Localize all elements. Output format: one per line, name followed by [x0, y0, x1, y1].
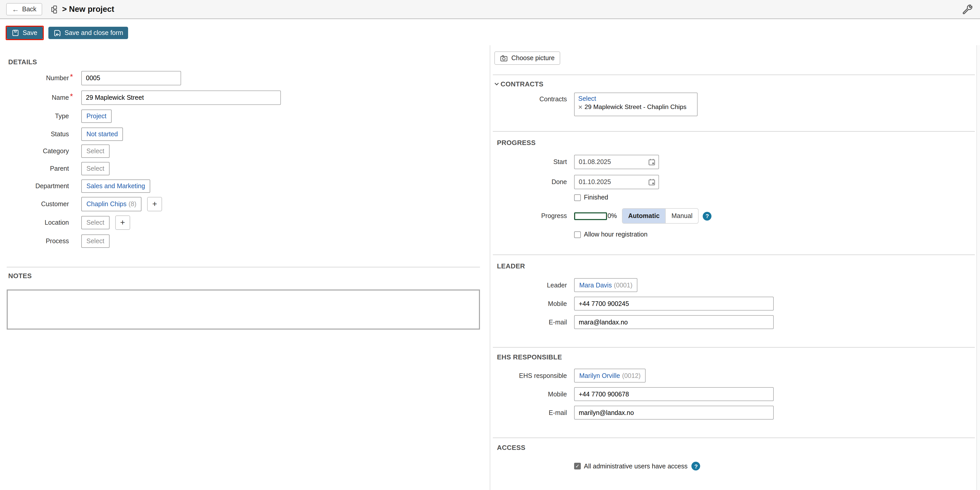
mode-automatic-button[interactable]: Automatic	[622, 209, 665, 223]
access-heading: ACCESS	[497, 444, 525, 452]
ehs-responsible-name: Marilyn Orville	[579, 372, 620, 379]
remove-contract-icon[interactable]: ×	[578, 103, 582, 111]
top-bar: ← Back > New project	[0, 0, 980, 19]
camera-icon	[500, 54, 508, 62]
done-date-input[interactable]	[574, 175, 659, 189]
notes-textarea[interactable]	[7, 289, 480, 330]
finished-label: Finished	[584, 194, 608, 201]
finished-checkbox[interactable]: ✓	[574, 194, 581, 201]
parent-value: Select	[86, 165, 105, 172]
contract-chip-label: 29 Maplewick Street - Chaplin Chips	[584, 103, 686, 111]
status-label: Status	[0, 131, 69, 138]
contracts-field: Select × 29 Maplewick Street - Chaplin C…	[574, 92, 698, 116]
type-value: Project	[86, 113, 107, 120]
status-value: Not started	[86, 131, 118, 138]
page-title: > New project	[62, 5, 114, 14]
allow-hour-registration-label: Allow hour registration	[584, 231, 648, 238]
number-label: Number	[0, 75, 69, 82]
access-divider	[493, 438, 975, 438]
wrench-icon[interactable]	[963, 4, 973, 14]
help-icon[interactable]: ?	[703, 212, 711, 220]
leader-mobile-label: Mobile	[490, 300, 567, 307]
choose-picture-button[interactable]: Choose picture	[494, 51, 560, 65]
ehs-heading: EHS RESPONSIBLE	[497, 353, 562, 361]
hierarchy-icon	[49, 5, 57, 14]
add-location-button[interactable]: +	[115, 216, 130, 230]
save-button[interactable]: Save	[7, 27, 43, 39]
done-label: Done	[490, 178, 567, 186]
leader-selector[interactable]: Mara Davis (0001)	[574, 278, 638, 292]
process-selector[interactable]: Select	[81, 235, 110, 248]
process-value: Select	[86, 238, 105, 245]
name-input[interactable]	[81, 90, 281, 105]
ehs-mobile-input[interactable]	[574, 387, 774, 401]
save-and-close-label: Save and close form	[65, 29, 123, 36]
progress-bar	[574, 212, 607, 220]
progress-mode-toggle: Automatic Manual	[622, 208, 698, 224]
start-label: Start	[490, 159, 567, 166]
ehs-divider	[493, 347, 975, 347]
category-label: Category	[0, 147, 69, 155]
project-form-window: ← Back > New project	[0, 0, 980, 490]
ehs-responsible-number: (0012)	[622, 372, 641, 379]
save-and-close-button[interactable]: Save and close form	[48, 27, 128, 39]
progress-percent: 0%	[608, 212, 617, 220]
vertical-scrollbar[interactable]	[977, 45, 980, 490]
leader-mobile-input[interactable]	[574, 297, 774, 311]
progress-label: Progress	[490, 212, 567, 220]
location-value: Select	[86, 219, 105, 226]
add-customer-button[interactable]: +	[147, 197, 162, 211]
department-value: Sales and Marketing	[86, 182, 145, 190]
mode-manual-button[interactable]: Manual	[665, 209, 698, 223]
contract-chip: × 29 Maplewick Street - Chaplin Chips	[578, 103, 694, 111]
allow-hour-registration-checkbox[interactable]: ✓	[574, 231, 581, 238]
number-input[interactable]	[81, 71, 181, 86]
leader-email-label: E-mail	[490, 319, 567, 326]
parent-label: Parent	[0, 165, 69, 172]
contracts-divider	[493, 75, 975, 75]
back-button[interactable]: ← Back	[6, 3, 42, 16]
name-label: Name	[0, 94, 69, 101]
category-value: Select	[86, 147, 105, 155]
start-date-input[interactable]	[574, 155, 659, 169]
all-admin-access-label: All administrative users have access	[584, 463, 687, 470]
type-selector[interactable]: Project	[81, 109, 111, 123]
required-marker: *	[69, 94, 73, 99]
help-icon[interactable]: ?	[692, 462, 700, 471]
ehs-responsible-selector[interactable]: Marilyn Orville (0012)	[574, 369, 646, 382]
status-selector[interactable]: Not started	[81, 127, 123, 141]
save-button-highlight: Save	[6, 26, 43, 40]
save-button-label: Save	[22, 29, 37, 36]
leader-label: Leader	[490, 282, 567, 289]
calendar-icon[interactable]	[648, 178, 655, 186]
customer-value: Chaplin Chips	[86, 201, 127, 208]
leader-email-input[interactable]	[574, 315, 774, 329]
ehs-email-input[interactable]	[574, 406, 774, 420]
customer-count: (8)	[129, 201, 137, 208]
department-label: Department	[0, 182, 69, 190]
process-label: Process	[0, 238, 69, 245]
category-selector[interactable]: Select	[81, 144, 110, 158]
leader-number: (0001)	[614, 282, 632, 289]
chevron-down-icon[interactable]	[494, 82, 499, 86]
save-icon	[12, 29, 19, 36]
back-button-label: Back	[22, 6, 37, 13]
notes-heading: NOTES	[8, 272, 490, 280]
location-selector[interactable]: Select	[81, 216, 110, 229]
progress-divider	[493, 131, 975, 132]
type-label: Type	[0, 113, 69, 120]
calendar-icon[interactable]	[648, 159, 655, 166]
customer-selector[interactable]: Chaplin Chips (8)	[81, 197, 142, 211]
contracts-select-link[interactable]: Select	[578, 95, 596, 102]
notes-divider	[7, 267, 480, 267]
back-arrow-icon: ←	[12, 6, 19, 13]
checkmark-icon: ✓	[575, 463, 580, 469]
required-marker: *	[69, 74, 73, 79]
department-selector[interactable]: Sales and Marketing	[81, 179, 150, 193]
customer-label: Customer	[0, 201, 69, 208]
ehs-email-label: E-mail	[490, 409, 567, 416]
ehs-responsible-label: EHS responsible	[490, 372, 567, 379]
all-admin-access-checkbox[interactable]: ✓	[574, 463, 581, 469]
location-label: Location	[0, 219, 69, 226]
parent-selector[interactable]: Select	[81, 162, 110, 175]
